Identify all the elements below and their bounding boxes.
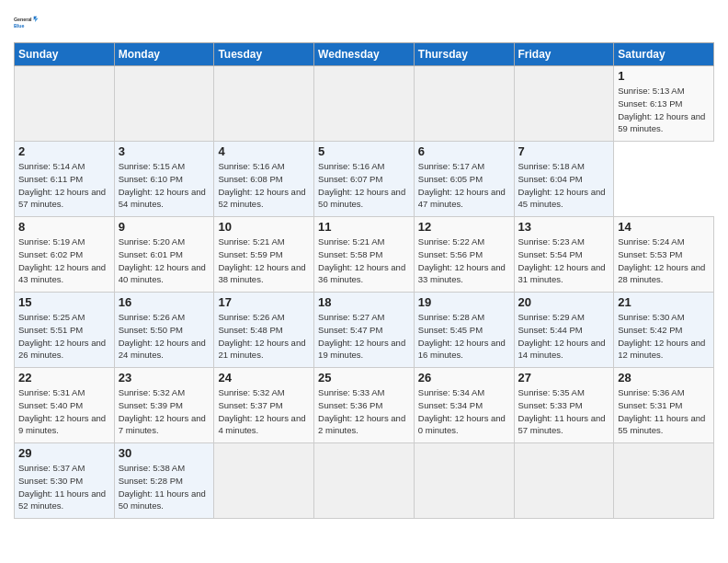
day-number: 18 <box>318 295 410 309</box>
calendar-day-cell: 18Sunrise: 5:27 AMSunset: 5:47 PMDayligh… <box>314 293 415 368</box>
header-row: Sunday Monday Tuesday Wednesday Thursday… <box>15 43 714 66</box>
day-number: 24 <box>218 371 310 385</box>
calendar-week-row: 22Sunrise: 5:31 AMSunset: 5:40 PMDayligh… <box>15 368 714 443</box>
calendar-day-cell: 13Sunrise: 5:23 AMSunset: 5:54 PMDayligh… <box>514 217 614 293</box>
day-info: Sunrise: 5:32 AMSunset: 5:39 PMDaylight:… <box>119 386 210 437</box>
day-number: 29 <box>18 446 110 460</box>
day-info: Sunrise: 5:24 AMSunset: 5:53 PMDaylight:… <box>618 236 710 286</box>
day-number: 15 <box>18 295 110 309</box>
day-info: Sunrise: 5:23 AMSunset: 5:54 PMDaylight:… <box>518 236 610 286</box>
svg-text:Blue: Blue <box>14 23 24 29</box>
day-number: 12 <box>418 220 510 234</box>
day-info: Sunrise: 5:16 AMSunset: 6:08 PMDaylight:… <box>218 160 310 211</box>
calendar-day-cell: 14Sunrise: 5:24 AMSunset: 5:53 PMDayligh… <box>614 217 714 293</box>
calendar-day-cell: 28Sunrise: 5:36 AMSunset: 5:31 PMDayligh… <box>614 368 714 443</box>
day-info: Sunrise: 5:31 AMSunset: 5:40 PMDaylight:… <box>18 386 110 437</box>
day-info: Sunrise: 5:29 AMSunset: 5:44 PMDaylight:… <box>518 311 610 362</box>
day-info: Sunrise: 5:38 AMSunset: 5:28 PMDaylight:… <box>119 462 210 512</box>
calendar-day-cell: 30Sunrise: 5:38 AMSunset: 5:28 PMDayligh… <box>114 443 214 519</box>
day-number: 4 <box>218 144 310 158</box>
col-monday: Monday <box>114 43 214 66</box>
calendar-day-cell: 16Sunrise: 5:26 AMSunset: 5:50 PMDayligh… <box>114 293 214 368</box>
day-number: 30 <box>119 446 210 460</box>
calendar-day-cell: 19Sunrise: 5:28 AMSunset: 5:45 PMDayligh… <box>414 293 514 368</box>
day-info: Sunrise: 5:33 AMSunset: 5:36 PMDaylight:… <box>318 386 410 437</box>
calendar-week-row: 29Sunrise: 5:37 AMSunset: 5:30 PMDayligh… <box>15 443 714 519</box>
calendar-week-row: 2Sunrise: 5:14 AMSunset: 6:11 PMDaylight… <box>15 142 714 217</box>
day-info: Sunrise: 5:26 AMSunset: 5:50 PMDaylight:… <box>119 311 210 362</box>
day-number: 16 <box>119 295 210 309</box>
calendar-day-cell: 5Sunrise: 5:16 AMSunset: 6:07 PMDaylight… <box>314 142 415 217</box>
day-info: Sunrise: 5:21 AMSunset: 5:58 PMDaylight:… <box>318 236 410 286</box>
day-number: 1 <box>618 69 710 83</box>
calendar-day-cell: 29Sunrise: 5:37 AMSunset: 5:30 PMDayligh… <box>15 443 115 519</box>
day-info: Sunrise: 5:20 AMSunset: 6:01 PMDaylight:… <box>119 236 210 286</box>
day-number: 13 <box>518 220 610 234</box>
page-container: GeneralBlue Sunday Monday Tuesday Wednes… <box>0 0 728 528</box>
day-number: 11 <box>318 220 410 234</box>
day-info: Sunrise: 5:27 AMSunset: 5:47 PMDaylight:… <box>318 311 410 362</box>
calendar-day-cell: 9Sunrise: 5:20 AMSunset: 6:01 PMDaylight… <box>114 217 214 293</box>
col-tuesday: Tuesday <box>214 43 314 66</box>
empty-cell <box>114 66 214 142</box>
day-number: 6 <box>418 144 510 158</box>
calendar-week-row: 1Sunrise: 5:13 AMSunset: 6:13 PMDaylight… <box>15 66 714 142</box>
calendar-day-cell: 21Sunrise: 5:30 AMSunset: 5:42 PMDayligh… <box>614 293 714 368</box>
day-number: 27 <box>518 371 610 385</box>
calendar-day-cell: 20Sunrise: 5:29 AMSunset: 5:44 PMDayligh… <box>514 293 614 368</box>
col-wednesday: Wednesday <box>314 43 415 66</box>
calendar-day-cell: 4Sunrise: 5:16 AMSunset: 6:08 PMDaylight… <box>214 142 314 217</box>
day-info: Sunrise: 5:13 AMSunset: 6:13 PMDaylight:… <box>618 85 710 135</box>
calendar-day-cell: 26Sunrise: 5:34 AMSunset: 5:34 PMDayligh… <box>414 368 514 443</box>
col-thursday: Thursday <box>414 43 514 66</box>
empty-cell <box>414 66 514 142</box>
empty-cell <box>314 66 415 142</box>
calendar-day-cell: 15Sunrise: 5:25 AMSunset: 5:51 PMDayligh… <box>15 293 115 368</box>
calendar-day-cell <box>214 443 314 519</box>
calendar-day-cell: 25Sunrise: 5:33 AMSunset: 5:36 PMDayligh… <box>314 368 415 443</box>
day-info: Sunrise: 5:16 AMSunset: 6:07 PMDaylight:… <box>318 160 410 211</box>
day-info: Sunrise: 5:30 AMSunset: 5:42 PMDaylight:… <box>618 311 710 362</box>
day-info: Sunrise: 5:21 AMSunset: 5:59 PMDaylight:… <box>218 236 310 286</box>
calendar-day-cell: 27Sunrise: 5:35 AMSunset: 5:33 PMDayligh… <box>514 368 614 443</box>
day-number: 14 <box>618 220 710 234</box>
calendar-day-cell <box>314 443 415 519</box>
day-info: Sunrise: 5:32 AMSunset: 5:37 PMDaylight:… <box>218 386 310 437</box>
calendar-day-cell: 12Sunrise: 5:22 AMSunset: 5:56 PMDayligh… <box>414 217 514 293</box>
calendar-day-cell: 10Sunrise: 5:21 AMSunset: 5:59 PMDayligh… <box>214 217 314 293</box>
calendar-day-cell: 6Sunrise: 5:17 AMSunset: 6:05 PMDaylight… <box>414 142 514 217</box>
day-number: 3 <box>119 144 210 158</box>
calendar-day-cell <box>614 443 714 519</box>
day-info: Sunrise: 5:28 AMSunset: 5:45 PMDaylight:… <box>418 311 510 362</box>
svg-text:General: General <box>14 17 32 22</box>
day-info: Sunrise: 5:14 AMSunset: 6:11 PMDaylight:… <box>18 160 110 211</box>
day-number: 20 <box>518 295 610 309</box>
calendar-day-cell: 17Sunrise: 5:26 AMSunset: 5:48 PMDayligh… <box>214 293 314 368</box>
day-number: 10 <box>218 220 310 234</box>
day-number: 25 <box>318 371 410 385</box>
calendar-day-cell: 23Sunrise: 5:32 AMSunset: 5:39 PMDayligh… <box>114 368 214 443</box>
day-info: Sunrise: 5:37 AMSunset: 5:30 PMDaylight:… <box>18 462 110 512</box>
calendar-day-cell: 7Sunrise: 5:18 AMSunset: 6:04 PMDaylight… <box>514 142 614 217</box>
day-number: 28 <box>618 371 710 385</box>
day-info: Sunrise: 5:26 AMSunset: 5:48 PMDaylight:… <box>218 311 310 362</box>
calendar-table: Sunday Monday Tuesday Wednesday Thursday… <box>14 42 714 519</box>
calendar-day-cell: 8Sunrise: 5:19 AMSunset: 6:02 PMDaylight… <box>15 217 115 293</box>
calendar-week-row: 15Sunrise: 5:25 AMSunset: 5:51 PMDayligh… <box>15 293 714 368</box>
day-number: 9 <box>119 220 210 234</box>
col-sunday: Sunday <box>15 43 115 66</box>
empty-cell <box>15 66 115 142</box>
day-info: Sunrise: 5:18 AMSunset: 6:04 PMDaylight:… <box>518 160 610 211</box>
day-info: Sunrise: 5:36 AMSunset: 5:31 PMDaylight:… <box>618 386 710 437</box>
svg-marker-3 <box>35 18 39 22</box>
calendar-day-cell <box>514 443 614 519</box>
day-number: 7 <box>518 144 610 158</box>
col-saturday: Saturday <box>614 43 714 66</box>
day-info: Sunrise: 5:15 AMSunset: 6:10 PMDaylight:… <box>119 160 210 211</box>
day-number: 17 <box>218 295 310 309</box>
day-number: 22 <box>18 371 110 385</box>
day-info: Sunrise: 5:22 AMSunset: 5:56 PMDaylight:… <box>418 236 510 286</box>
day-number: 23 <box>119 371 210 385</box>
day-number: 8 <box>18 220 110 234</box>
calendar-day-cell: 22Sunrise: 5:31 AMSunset: 5:40 PMDayligh… <box>15 368 115 443</box>
